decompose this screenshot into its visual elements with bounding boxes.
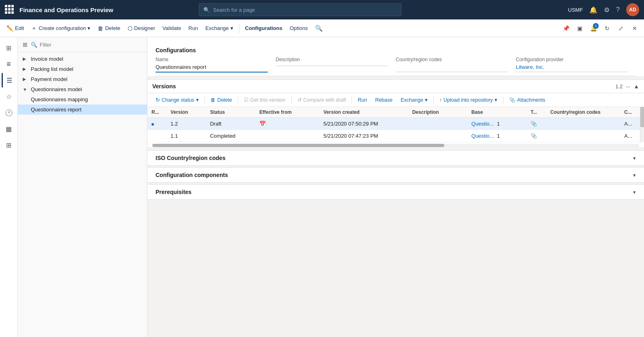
col-indicator: R... [147, 107, 166, 118]
col-status[interactable]: Status [206, 107, 255, 118]
sidebar-star-icon[interactable]: ☆ [2, 89, 16, 104]
delete-button[interactable]: 🗑 Delete [94, 23, 124, 33]
notification-count-button[interactable]: 🔔0 [587, 22, 599, 34]
open-new-button[interactable]: ⤢ [615, 22, 627, 34]
tree-child-questionnaires-mapping[interactable]: Questionnaires mapping [18, 94, 147, 105]
create-configuration-button[interactable]: ＋ Create configuration ▾ [28, 23, 94, 34]
base-link[interactable]: Questio... [471, 121, 494, 127]
configurations-button[interactable]: Configurations [242, 23, 286, 33]
validate-button[interactable]: Validate [159, 23, 184, 33]
base-num: 1 [497, 133, 500, 139]
sidebar-clock-icon[interactable]: 🕐 [2, 105, 16, 120]
config-country-value [396, 64, 508, 72]
col-version[interactable]: Version [166, 107, 206, 118]
settings-icon[interactable]: ⚙ [604, 6, 610, 14]
help-icon[interactable]: ? [616, 6, 620, 13]
sidebar-home-icon[interactable]: ⊞ [2, 41, 16, 55]
config-components-header[interactable]: Configuration components ▾ [147, 168, 644, 182]
versions-collapse-icon[interactable]: ▲ [633, 83, 639, 90]
prerequisites-collapse-icon: ▾ [633, 189, 636, 195]
versions-table-wrapper: R... Version Status Effective from Versi… [147, 107, 644, 142]
table-row[interactable]: 1.1 Completed 5/21/2020 07:47:23 PM Ques… [147, 130, 640, 142]
row-country-cell [546, 118, 621, 130]
versions-delete-button[interactable]: 🗑 Delete [207, 96, 235, 104]
components-collapse-icon: ▾ [633, 172, 636, 178]
toolbar-search-icon[interactable]: 🔍 [315, 25, 323, 32]
refresh-button[interactable]: ↻ [601, 22, 613, 34]
top-bar-right: USMF 🔔 ⚙ ? AD [568, 3, 639, 16]
config-components-title: Configuration components [156, 172, 633, 178]
versions-more-icon[interactable]: ··· [626, 83, 630, 90]
close-button[interactable]: ✕ [629, 22, 641, 34]
tree-child-label: Questionnaires mapping [31, 96, 88, 102]
compare-icon: ↺ [297, 97, 302, 103]
calendar-icon[interactable]: 📅 [259, 121, 266, 127]
row-country-cell [546, 130, 621, 142]
col-country-region[interactable]: Country/region codes [546, 107, 621, 118]
row-description-cell [408, 118, 467, 130]
tree-item-questionnaires-model[interactable]: ▼ Questionnaires model [18, 84, 147, 94]
row-c-cell: A... [620, 130, 640, 142]
base-link[interactable]: Questio... [471, 133, 494, 139]
row-effective-cell: 📅 [255, 118, 319, 130]
sidebar-filter-icon[interactable]: ≡ [2, 57, 16, 71]
compare-with-draft-button[interactable]: ↺ Compare with draft [294, 96, 350, 104]
change-status-button[interactable]: ↻ Change status ▾ [152, 96, 202, 104]
col-effective-from[interactable]: Effective from [255, 107, 319, 118]
versions-scroll-area[interactable]: R... Version Status Effective from Versi… [147, 107, 640, 142]
tree-item-packing-list-model[interactable]: ▶ Packing list model [18, 64, 147, 74]
config-info-row: Name Questionnaires report Description C… [156, 57, 636, 76]
get-this-version-button[interactable]: ☑ Get this version [241, 96, 289, 104]
iso-section-header[interactable]: ISO Country/region codes ▾ [147, 151, 644, 165]
horizontal-scrollbar[interactable] [152, 144, 639, 147]
pin-button[interactable]: 📌 [560, 22, 572, 34]
prerequisites-title: Prerequisites [156, 189, 633, 195]
row-base-cell: Questio... 1 [467, 118, 527, 130]
search-bar[interactable]: 🔍 [199, 3, 401, 16]
ver-sep [238, 96, 238, 104]
tree-item-invoice-model[interactable]: ▶ Invoice model [18, 54, 147, 64]
top-bar: Finance and Operations Preview 🔍 USMF 🔔 … [0, 0, 644, 19]
col-description[interactable]: Description [408, 107, 467, 118]
rebase-button[interactable]: Rebase [372, 96, 396, 104]
sidebar-calendar-icon[interactable]: ▦ [2, 122, 16, 136]
row-created-cell: 5/21/2020 07:47:23 PM [320, 130, 408, 142]
upload-repository-button[interactable]: ↑ Upload into repository ▾ [436, 96, 501, 104]
tree-child-questionnaires-report[interactable]: Questionnaires report [18, 105, 147, 115]
sidebar-grid-icon[interactable]: ⊞ [2, 138, 16, 152]
sidebar-list-icon[interactable]: ☰ [2, 73, 16, 87]
avatar[interactable]: AD [626, 3, 639, 16]
tree-child-label: Questionnaires report [31, 107, 81, 113]
tree-filter-icon[interactable]: ⊞ [22, 41, 28, 49]
tree-item-payment-model[interactable]: ▶ Payment model [18, 74, 147, 84]
versions-scrollbar[interactable] [640, 107, 644, 142]
exchange-button[interactable]: Exchange ▾ [202, 23, 237, 33]
config-name-value: Questionnaires report [156, 64, 268, 73]
arrow-icon: ▶ [23, 77, 28, 82]
config-provider-value[interactable]: Litware, Inc. [516, 64, 628, 72]
edit-button[interactable]: ✏️ Edit [3, 23, 27, 33]
designer-button[interactable]: ⬡ Designer [124, 23, 158, 33]
waffle-menu[interactable] [5, 5, 15, 15]
prerequisites-section: Prerequisites ▾ [147, 184, 644, 200]
attachment-icon: 📎 [509, 97, 516, 103]
sidebar-icons: ⊞ ≡ ☰ ☆ 🕐 ▦ ⊞ [0, 37, 18, 337]
versions-exchange-button[interactable]: Exchange ▾ [397, 96, 431, 104]
options-button[interactable]: Options [286, 23, 311, 33]
attach-icon: 📎 [531, 133, 537, 139]
notification-icon[interactable]: 🔔 [589, 6, 597, 14]
versions-run-button[interactable]: Run [354, 96, 370, 104]
run-button[interactable]: Run [185, 23, 201, 33]
col-t[interactable]: T... [527, 107, 546, 118]
upload-chevron: ▾ [495, 97, 497, 103]
attachments-button[interactable]: 📎 Attachments [506, 96, 548, 104]
col-base[interactable]: Base [467, 107, 527, 118]
create-config-chevron: ▾ [87, 25, 90, 31]
tree-filter-input[interactable] [40, 42, 143, 48]
compare-button[interactable]: ▣ [574, 22, 586, 34]
search-input[interactable] [213, 7, 397, 13]
col-version-created[interactable]: Version created [320, 107, 408, 118]
table-row[interactable]: 1.2 Draft 📅 5/21/2020 07:50:29 PM Questi… [147, 118, 640, 130]
prerequisites-header[interactable]: Prerequisites ▾ [147, 185, 644, 199]
col-c[interactable]: C... [620, 107, 640, 118]
